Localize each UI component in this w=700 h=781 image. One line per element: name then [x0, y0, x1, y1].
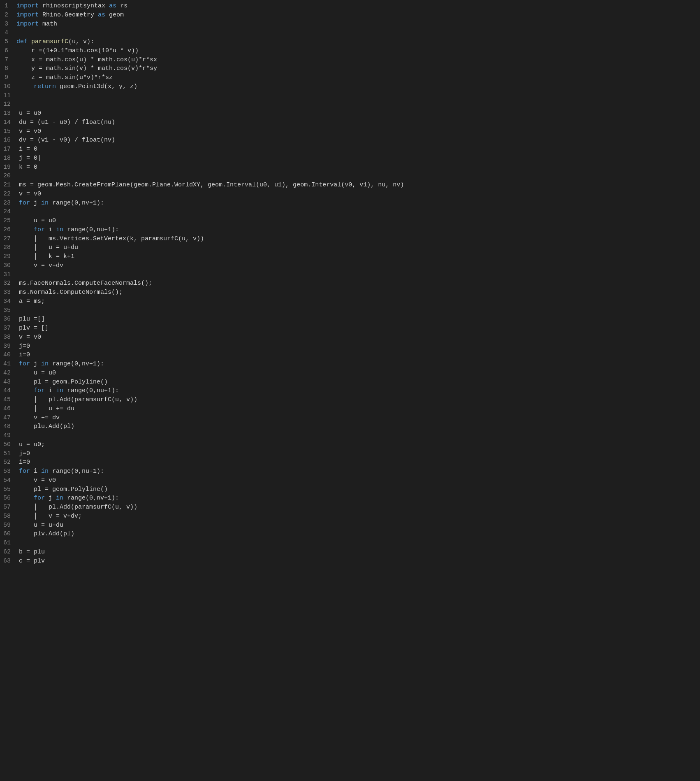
line-content: ms.Normals.ComputeNormals(); [17, 288, 700, 297]
line-content [17, 431, 700, 440]
line-content [17, 539, 700, 548]
line-content [17, 270, 700, 279]
token-plain: b = plu [19, 549, 45, 556]
line-content: ms = geom.Mesh.CreateFromPlane(geom.Plan… [17, 181, 700, 190]
token-plain: geom.Point3d(x, y, z) [56, 83, 137, 90]
code-line: 63c = plv [0, 557, 700, 566]
line-number: 26 [0, 225, 17, 235]
line-number: 4 [0, 28, 15, 37]
code-line: 12 [0, 100, 700, 109]
line-content: for j in range(0,nv+1): [17, 199, 700, 208]
code-line: 42 u = u0 [0, 369, 700, 378]
line-content: │ pl.Add(paramsurfC(u, v)) [17, 395, 700, 404]
token-kw: for [34, 495, 45, 502]
code-line: 53for i in range(0,nu+1): [0, 467, 700, 476]
line-content: u = u0 [17, 216, 700, 225]
line-content: import math [15, 20, 700, 29]
code-line: 22v = v0 [0, 190, 700, 199]
code-line: 61 [0, 539, 700, 548]
token-plain: i=0 [19, 351, 30, 358]
line-content: a = ms; [17, 297, 700, 306]
code-line: 1import rhinoscriptsyntax as rs [0, 2, 700, 11]
line-number: 29 [0, 252, 17, 261]
line-number: 62 [0, 548, 17, 557]
code-line: 23for j in range(0,nv+1): [0, 199, 700, 208]
code-line: 4 [0, 28, 700, 37]
line-number: 39 [0, 342, 17, 351]
code-line: 60 plv.Add(pl) [0, 530, 700, 539]
code-line: 38v = v0 [0, 333, 700, 342]
code-line: 5def paramsurfC(u, v): [0, 37, 700, 46]
token-plain: u = u0; [19, 441, 45, 448]
code-line: 21ms = geom.Mesh.CreateFromPlane(geom.Pl… [0, 181, 700, 190]
token-plain: u = u0 [19, 217, 56, 224]
line-content: i=0 [17, 458, 700, 467]
line-content: def paramsurfC(u, v): [15, 37, 700, 46]
line-content: import rhinoscriptsyntax as rs [15, 2, 700, 11]
line-number: 48 [0, 422, 17, 431]
code-line: 26 for i in range(0,nu+1): [0, 225, 700, 235]
line-content: j = 0| [17, 154, 700, 163]
code-line: 35 [0, 306, 700, 315]
token-kw: import [16, 21, 39, 28]
line-content [17, 100, 700, 109]
line-number: 53 [0, 467, 17, 476]
token-plain: u = u+du [19, 522, 63, 529]
code-line: 17i = 0 [0, 145, 700, 154]
line-content: v = v+dv [17, 261, 700, 270]
token-kw: for [19, 360, 30, 367]
token-plain: plu.Add(pl) [19, 423, 74, 430]
line-number: 58 [0, 512, 17, 521]
line-number: 38 [0, 333, 17, 342]
line-number: 54 [0, 476, 17, 485]
line-number: 43 [0, 378, 17, 387]
token-plain [19, 495, 34, 502]
line-content: │ ms.Vertices.SetVertex(k, paramsurfC(u,… [17, 235, 700, 244]
code-line: 56 for j in range(0,nv+1): [0, 494, 700, 503]
line-number: 49 [0, 431, 17, 440]
token-plain: range(0,nv+1): [63, 495, 119, 502]
line-number: 28 [0, 243, 17, 252]
line-number: 63 [0, 557, 17, 566]
token-plain: ms.Normals.ComputeNormals(); [19, 289, 123, 296]
line-number: 31 [0, 270, 17, 279]
code-line: 20 [0, 172, 700, 181]
line-content: dv = (v1 - v0) / float(nv) [17, 136, 700, 145]
token-plain: ms.FaceNormals.ComputeFaceNormals(); [19, 280, 152, 287]
line-number: 45 [0, 395, 17, 404]
code-line: 7 x = math.cos(u) * math.cos(u)*r*sx [0, 56, 700, 65]
token-plain: i [45, 226, 56, 233]
code-line: 48 plu.Add(pl) [0, 422, 700, 431]
token-plain: v += dv [19, 414, 60, 421]
code-editor: 1import rhinoscriptsyntax as rs2import R… [0, 0, 700, 781]
line-content: b = plu [17, 548, 700, 557]
token-plain: i = 0 [19, 146, 37, 153]
line-content: for j in range(0,nv+1): [17, 494, 700, 503]
line-number: 55 [0, 485, 17, 494]
line-number: 56 [0, 494, 17, 503]
line-number: 23 [0, 199, 17, 208]
code-line: 27 │ ms.Vertices.SetVertex(k, paramsurfC… [0, 235, 700, 244]
code-line: 45 │ pl.Add(paramsurfC(u, v)) [0, 395, 700, 404]
token-kw: as [109, 2, 116, 9]
line-content: r =(1+0.1*math.cos(10*u * v)) [15, 46, 700, 56]
token-kw: return [34, 83, 56, 90]
token-plain: │ pl.Add(paramsurfC(u, v)) [19, 504, 137, 511]
line-content [17, 172, 700, 181]
line-content: │ pl.Add(paramsurfC(u, v)) [17, 503, 700, 512]
code-line: 58 │ v = v+dv; [0, 512, 700, 521]
token-kw: def [16, 38, 28, 45]
line-content: │ k = k+1 [17, 252, 700, 261]
line-content: │ u = u+du [17, 243, 700, 252]
code-line: 37plv = [] [0, 324, 700, 333]
line-content: i = 0 [17, 145, 700, 154]
line-content: for i in range(0,nu+1): [17, 467, 700, 476]
line-content: for j in range(0,nv+1): [17, 360, 700, 369]
line-number: 59 [0, 521, 17, 530]
line-content: plv.Add(pl) [17, 530, 700, 539]
code-line: 36plu =[] [0, 315, 700, 324]
line-number: 5 [0, 37, 15, 46]
line-number: 20 [0, 172, 17, 181]
token-kw: import [16, 2, 39, 9]
line-content: v = v0 [17, 333, 700, 342]
